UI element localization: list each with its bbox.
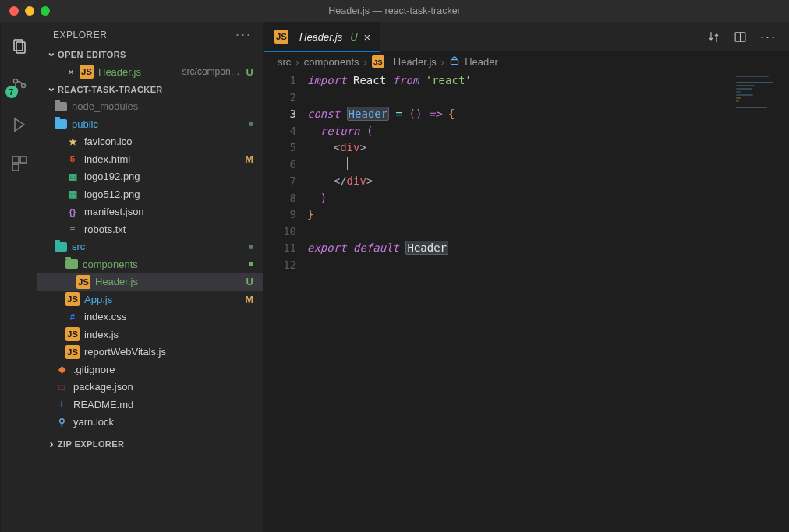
js-file-icon: JS [65,327,80,341]
file-item[interactable]: JSindex.js [37,326,263,344]
folder-icon [55,119,67,129]
file-name: yarn.lock [73,416,253,428]
file-name: favicon.ico [84,136,253,147]
open-editor-path: src/compon… [182,66,240,77]
file-item[interactable]: ★favicon.ico [37,133,263,151]
file-name: package.json [73,381,253,393]
folder-item[interactable]: node_modules [37,98,263,116]
svg-rect-0 [14,40,23,51]
file-icon: # [65,310,80,324]
file-name: robots.txt [84,224,253,235]
file-item[interactable]: □package.json [37,379,263,396]
titlebar: Header.js — react-task-tracker [0,0,789,22]
file-icon: ≡ [65,222,80,236]
editor-area: JS Header.js U × ··· src › components › … [264,22,789,532]
breadcrumb-item[interactable]: components [304,56,359,68]
compare-changes-icon[interactable] [707,29,720,45]
zip-explorer-label: ZIP EXPLORER [58,439,124,449]
file-icon: □ [55,380,69,394]
chevron-right-icon: › [364,56,367,68]
file-name: index.js [84,329,253,340]
file-name: manifest.json [84,206,253,217]
file-name: logo192.png [84,171,253,182]
folder-item[interactable]: src [37,238,263,256]
git-status: M [245,153,253,165]
chevron-right-icon [45,438,58,450]
close-window-button[interactable] [9,6,19,16]
project-label: REACT-TASK-TRACKER [58,85,163,94]
folder-item[interactable]: components [37,255,263,273]
file-item[interactable]: ≡robots.txt [37,220,263,238]
chevron-right-icon: › [441,56,444,68]
svg-rect-6 [20,157,27,163]
file-name: logo512.png [84,188,253,200]
tab-header-js[interactable]: JS Header.js U × [264,22,380,51]
explorer-more-icon[interactable]: ··· [235,26,252,43]
file-item[interactable]: {}manifest.json [37,203,263,221]
file-item[interactable]: ◆.gitignore [37,361,263,379]
explorer-icon[interactable] [10,37,29,56]
file-item[interactable]: ▦logo512.png [37,185,263,203]
split-editor-icon[interactable] [734,29,747,45]
file-icon: ★ [65,135,80,149]
folder-icon [55,102,67,111]
file-icon: ▦ [65,187,80,201]
folder-item[interactable]: public [37,115,263,133]
js-file-icon: JS [65,292,80,306]
tab-close-icon[interactable]: × [364,30,371,44]
file-item[interactable]: iREADME.md [37,396,263,414]
file-item[interactable]: ⚲yarn.lock [37,414,263,432]
editor-actions: ··· [707,29,789,45]
editor-tabs: JS Header.js U × ··· [264,22,789,51]
code-editor[interactable]: 123456789101112 import React from 'react… [264,72,789,532]
minimap[interactable] [736,74,783,167]
file-name: Header.js [95,276,246,287]
file-name: components [83,259,249,270]
folder-icon [55,242,67,252]
breadcrumb-item[interactable]: src [278,56,291,68]
js-file-icon: JS [80,65,94,79]
file-item[interactable]: JSApp.jsM [37,291,263,308]
file-item[interactable]: 5index.htmlM [37,150,263,168]
open-editors-section[interactable]: OPEN EDITORS [37,46,263,63]
breadcrumb[interactable]: src › components › JS Header.js › Header [264,52,789,72]
svg-point-2 [13,79,17,83]
file-name: App.js [84,294,245,305]
file-name: public [72,118,249,130]
run-debug-icon[interactable] [10,115,29,134]
zoom-window-button[interactable] [41,6,50,16]
chevron-right-icon: › [295,56,299,68]
open-editor-status: U [246,66,253,78]
chevron-down-icon [45,48,58,61]
open-editor-item[interactable]: × JS Header.js src/compon… U [37,63,263,81]
file-icon: {} [65,205,80,219]
svg-rect-7 [12,164,19,171]
breadcrumb-item[interactable]: Header [465,56,498,68]
modified-dot-icon [249,245,253,249]
file-name: src [72,241,249,252]
file-item[interactable]: JSHeader.jsU [37,273,263,291]
file-item[interactable]: #index.css [37,308,263,326]
file-item[interactable]: ▦logo192.png [37,168,263,186]
minimize-window-button[interactable] [25,6,34,16]
scm-badge: 7 [5,86,18,98]
breadcrumb-item[interactable]: Header.js [394,56,437,68]
file-icon: ◆ [55,362,69,376]
window-controls [9,6,50,16]
close-icon[interactable]: × [65,66,76,78]
file-name: reportWebVitals.js [84,346,253,358]
zip-section[interactable]: ZIP EXPLORER [37,435,263,453]
file-item[interactable]: JSreportWebVitals.js [37,344,263,361]
file-icon: 5 [65,152,80,166]
extensions-icon[interactable] [10,154,29,173]
file-name: .gitignore [73,364,253,375]
file-icon: ⚲ [55,415,69,429]
svg-rect-9 [451,59,458,64]
file-name: index.css [84,311,253,322]
sidebar: EXPLORER ··· OPEN EDITORS × JS Header.js… [37,22,264,532]
open-editors-label: OPEN EDITORS [58,50,126,59]
project-section[interactable]: REACT-TASK-TRACKER [37,81,263,98]
tab-status: U [350,31,357,43]
source-control-icon[interactable]: 7 [10,76,29,95]
more-actions-icon[interactable]: ··· [760,29,777,45]
